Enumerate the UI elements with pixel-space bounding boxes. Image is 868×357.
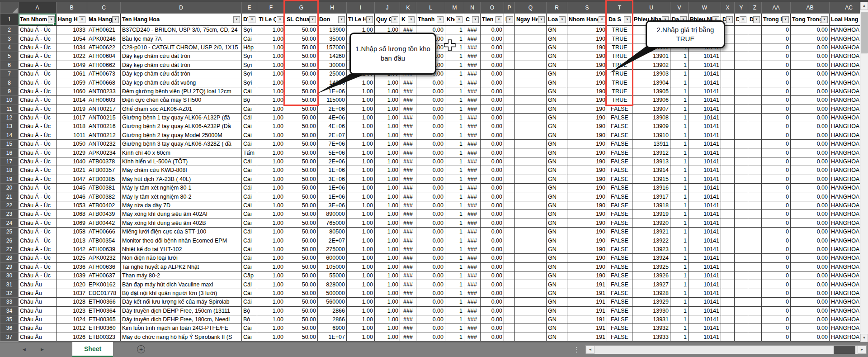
- cell-Q27[interactable]: [515, 245, 547, 253]
- cell-Y17[interactable]: [735, 157, 748, 166]
- cell-S30[interactable]: 190: [567, 271, 607, 280]
- cell-M26[interactable]: 1: [445, 236, 464, 245]
- cell-O16[interactable]: 0.00: [481, 148, 504, 157]
- cell-AA25[interactable]: 0: [762, 227, 791, 236]
- cell-C5[interactable]: ATH00604: [87, 52, 121, 61]
- cell-J14[interactable]: 1.00: [375, 131, 400, 139]
- cell-Z33[interactable]: [748, 298, 762, 306]
- filter-dropdown-icon[interactable]: ▼: [599, 16, 605, 23]
- cell-O31[interactable]: 0.00: [481, 280, 504, 289]
- cell-AA13[interactable]: 0: [762, 122, 791, 131]
- cell-E34[interactable]: Bộ: [242, 306, 257, 315]
- cell-T8[interactable]: TRUE: [607, 78, 632, 87]
- row-number[interactable]: 10: [0, 96, 19, 105]
- cell-X6[interactable]: [721, 61, 735, 69]
- cell-M25[interactable]: 1: [445, 227, 464, 236]
- cell-W11[interactable]: 10141: [689, 105, 721, 113]
- cell-O7[interactable]: 0.00: [481, 69, 504, 78]
- cell-P2[interactable]: [504, 26, 515, 34]
- cell-J37[interactable]: 1.00: [375, 333, 400, 341]
- cell-T2[interactable]: TRUE: [607, 26, 632, 34]
- cell-F34[interactable]: 1.00: [257, 306, 285, 315]
- row-number[interactable]: 7: [0, 69, 19, 78]
- cell-F35[interactable]: 1.00: [257, 315, 285, 324]
- cell-I33[interactable]: 1.00: [347, 298, 375, 306]
- cell-T33[interactable]: FALSE: [607, 298, 632, 306]
- cell-S36[interactable]: 191: [567, 324, 607, 333]
- cell-H37[interactable]: 1E+07: [318, 333, 347, 341]
- row-number[interactable]: 5: [0, 52, 19, 61]
- cell-S34[interactable]: 191: [567, 306, 607, 315]
- cell-A27[interactable]: Châu Á - Úc: [19, 245, 57, 253]
- cell-E33[interactable]: Cái: [242, 298, 257, 306]
- cell-K27[interactable]: ###: [400, 245, 416, 253]
- cell-K11[interactable]: ###: [400, 105, 416, 113]
- cell-N3[interactable]: ###: [464, 34, 481, 43]
- cell-T27[interactable]: FALSE: [607, 245, 632, 253]
- cell-I30[interactable]: 1.00: [347, 271, 375, 280]
- cell-Z37[interactable]: [748, 333, 762, 341]
- field-header-E1[interactable]: DV▼: [242, 14, 257, 26]
- cell-G2[interactable]: 50.00: [285, 26, 318, 34]
- cell-G35[interactable]: 50.00: [285, 315, 318, 324]
- scroll-left-icon[interactable]: ◄: [586, 346, 594, 354]
- row-number[interactable]: 33: [0, 298, 19, 306]
- cell-Q9[interactable]: [515, 87, 547, 95]
- cell-I28[interactable]: 1.00: [347, 254, 375, 262]
- cell-B33[interactable]: 1028: [57, 298, 87, 306]
- cell-U27[interactable]: 13923: [632, 245, 670, 253]
- cell-Z15[interactable]: [748, 140, 762, 148]
- field-header-C1[interactable]: Ma Hang▼: [87, 14, 121, 26]
- cell-O32[interactable]: 0.00: [481, 289, 504, 297]
- cell-Q31[interactable]: [515, 280, 547, 289]
- cell-R37[interactable]: GN: [547, 333, 567, 341]
- cell-T25[interactable]: FALSE: [607, 227, 632, 236]
- cell-U23[interactable]: 13919: [632, 210, 670, 219]
- cell-O10[interactable]: 0.00: [481, 96, 504, 105]
- column-header-W[interactable]: W: [689, 2, 721, 14]
- cell-X31[interactable]: [721, 280, 735, 289]
- cell-V5[interactable]: 1: [670, 52, 689, 61]
- cell-P22[interactable]: [504, 201, 515, 209]
- cell-V17[interactable]: 1: [670, 157, 689, 166]
- column-header-E[interactable]: E: [242, 2, 257, 14]
- cell-AA30[interactable]: 0: [762, 271, 791, 280]
- cell-H14[interactable]: 2E+07: [318, 131, 347, 139]
- cell-E19[interactable]: Cái: [242, 175, 257, 183]
- cell-B11[interactable]: 1019: [57, 105, 87, 113]
- cell-V7[interactable]: 1: [670, 69, 689, 78]
- cell-Y30[interactable]: [735, 271, 748, 280]
- cell-X32[interactable]: [721, 289, 735, 297]
- cell-J32[interactable]: 1.00: [375, 289, 400, 297]
- row-number[interactable]: 24: [0, 219, 19, 227]
- cell-P25[interactable]: [504, 227, 515, 236]
- cell-T36[interactable]: FALSE: [607, 324, 632, 333]
- cell-P4[interactable]: [504, 43, 515, 52]
- cell-A14[interactable]: Châu Á - Úc: [19, 131, 57, 139]
- cell-O5[interactable]: 0.00: [481, 52, 504, 61]
- cell-V27[interactable]: 1: [670, 245, 689, 253]
- cell-AA7[interactable]: 0: [762, 69, 791, 78]
- cell-I8[interactable]: 1.00: [347, 78, 375, 87]
- cell-R36[interactable]: GN: [547, 324, 567, 333]
- cell-B3[interactable]: 1054: [57, 34, 87, 43]
- cell-N12[interactable]: ###: [464, 113, 481, 122]
- cell-X28[interactable]: [721, 254, 735, 262]
- cell-P28[interactable]: [504, 254, 515, 262]
- cell-U9[interactable]: 13905: [632, 87, 670, 95]
- cell-S9[interactable]: 190: [567, 87, 607, 95]
- cell-F20[interactable]: 1.00: [257, 184, 285, 192]
- cell-Q23[interactable]: [515, 210, 547, 219]
- cell-R26[interactable]: GN: [547, 236, 567, 245]
- cell-O29[interactable]: 0.00: [481, 262, 504, 271]
- cell-AB14[interactable]: 0.00: [791, 131, 830, 139]
- cell-C12[interactable]: ANT00215: [87, 113, 121, 122]
- cell-C22[interactable]: ATB00402: [87, 201, 121, 209]
- cell-K36[interactable]: ###: [400, 324, 416, 333]
- cell-D19[interactable]: Máy hút dịch 7A-23B ( 40L): [121, 175, 242, 183]
- cell-O33[interactable]: 0.00: [481, 298, 504, 306]
- cell-D32[interactable]: Bộ đặt nội khí quản người lớn (3 lưỡi): [121, 289, 242, 297]
- cell-J29[interactable]: 1.00: [375, 262, 400, 271]
- filter-dropdown-icon[interactable]: ▼: [740, 16, 746, 23]
- cell-L9[interactable]: 0.00: [416, 87, 445, 95]
